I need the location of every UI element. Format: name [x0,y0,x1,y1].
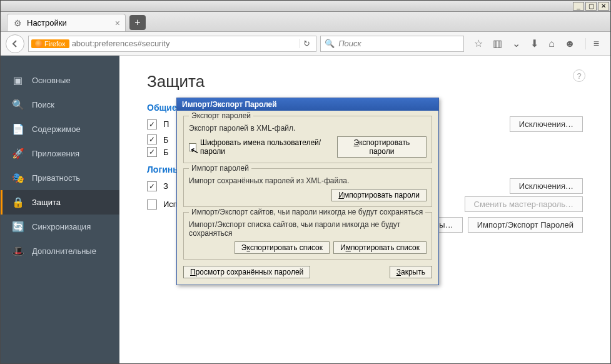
sites-description: Импорт/Экспорт списка сайтов, чьи пароли… [189,220,427,238]
close-window-button[interactable]: ✕ [598,2,609,11]
page-title: Защита [147,72,583,91]
import-legend: Импорт паролей [189,164,251,173]
sidebar-item-privacy[interactable]: 🎭 Приватность [1,166,119,190]
downloads-icon[interactable]: ⬇ [530,38,538,49]
mask-icon: 🎭 [12,172,23,184]
close-dialog-button[interactable]: Закрыть [390,266,432,278]
sidebar-item-general[interactable]: ▣ Основные [1,68,119,93]
url-bar[interactable]: Firefox ↻ [28,36,316,52]
export-legend: Экспорт паролей [189,111,253,120]
search-icon: 🔍 [12,99,23,111]
sidebar-item-label: Синхронизация [32,222,91,231]
sidebar-item-label: Основные [32,76,71,85]
tab-settings[interactable]: ⚙ Настройки × [7,14,126,31]
pocket-icon[interactable]: ⌄ [512,38,520,49]
lock-icon: 🔒 [12,196,23,208]
sidebar-item-label: Приватность [32,173,80,183]
firefox-badge: Firefox [31,39,69,48]
search-input[interactable] [338,39,460,48]
sync-icon: 🔄 [12,221,23,233]
sidebar-item-security[interactable]: 🔒 Защита [1,190,119,215]
import-list-button[interactable]: Импортировать список [333,241,427,254]
back-button[interactable] [6,34,24,53]
sidebar-item-applications[interactable]: 🚀 Приложения [1,141,119,166]
checkbox-block-forgery[interactable] [147,147,157,157]
hat-icon: 🎩 [12,245,23,257]
checkbox-label-partial: Б [163,148,169,157]
checkbox-remember-logins[interactable] [147,181,157,191]
export-description: Экспорт паролей в XML-файл. [189,124,427,133]
change-master-password-button: Сменить мастер-пароль… [465,196,583,212]
exceptions-button-1[interactable]: Исключения… [510,116,583,132]
menu-icon[interactable]: ≡ [585,38,599,49]
sidebar-item-search[interactable]: 🔍 Поиск [1,93,119,117]
arrow-left-icon [10,39,20,49]
import-export-dialog: Импорт/Экспорт Паролей Экспорт паролей Э… [176,98,439,285]
import-fieldset: Импорт паролей Импорт сохранённых пароле… [183,168,432,207]
minimize-button[interactable]: _ [573,2,584,11]
sidebar-item-advanced[interactable]: 🎩 Дополнительные [1,239,119,263]
sidebar-item-label: Дополнительные [32,246,96,256]
tab-close-icon[interactable]: × [115,18,120,28]
sidebar-item-label: Поиск [32,100,54,109]
import-export-passwords-button[interactable]: Импорт/Экспорт Паролей [468,217,583,233]
checkbox-master-password[interactable] [147,200,157,210]
checkbox-block-attack[interactable] [147,134,157,144]
encrypt-label: Шифровать имена пользователей/пароли [200,138,333,156]
chat-icon[interactable]: ☻ [565,38,575,49]
dialog-titlebar[interactable]: Импорт/Экспорт Паролей [177,98,438,111]
content-icon: 📄 [12,123,23,135]
export-list-button[interactable]: Экспортировать список [235,241,330,254]
url-input[interactable] [72,39,298,48]
gear-icon: ⚙ [14,18,22,28]
sidebar-item-sync[interactable]: 🔄 Синхронизация [1,215,119,239]
import-description: Импорт сохранённых паролей из XML-файла. [189,176,427,185]
reload-icon[interactable]: ↻ [300,39,313,48]
help-icon[interactable]: ? [573,69,585,82]
encrypt-checkbox[interactable] [189,143,196,151]
search-icon: 🔍 [325,39,335,48]
tab-label: Настройки [27,18,67,28]
home-icon[interactable]: ⌂ [548,38,555,49]
export-passwords-button[interactable]: Экспортировать пароли [337,136,427,158]
rocket-icon: 🚀 [12,148,23,159]
checkbox-label-partial: Б [163,135,169,144]
view-saved-passwords-button[interactable]: Просмотр сохранённых паролей [183,266,310,278]
maximize-button[interactable]: ▢ [585,2,597,11]
exceptions-button-2[interactable]: Исключения… [510,178,583,194]
sites-fieldset: Импорт/Экспорт сайтов, чьи пароли никогд… [183,212,432,260]
general-icon: ▣ [12,74,23,86]
tab-strip: ⚙ Настройки × + [1,12,610,32]
sites-legend: Импорт/Экспорт сайтов, чьи пароли никогд… [189,208,425,216]
checkbox-warn-addons[interactable] [147,119,157,129]
nav-toolbar: Firefox ↻ 🔍 ☆ ▥ ⌄ ⬇ ⌂ ☻ ≡ [1,32,610,56]
new-tab-button[interactable]: + [129,15,146,30]
window-titlebar: _ ▢ ✕ [1,1,610,12]
checkbox-label-partial: П [163,119,169,129]
preferences-sidebar: ▣ Основные 🔍 Поиск 📄 Содержимое 🚀 Прилож… [1,56,119,363]
sidebar-item-label: Приложения [32,149,79,158]
bookmark-star-icon[interactable]: ☆ [474,38,483,49]
toolbar-icons: ☆ ▥ ⌄ ⬇ ⌂ ☻ ≡ [468,38,605,49]
export-fieldset: Экспорт паролей Экспорт паролей в XML-фа… [183,116,432,163]
import-passwords-button[interactable]: Импортировать пароли [331,189,427,201]
checkbox-label-partial: З [163,181,168,191]
sidebar-item-label: Содержимое [32,124,81,134]
library-icon[interactable]: ▥ [493,38,502,49]
sidebar-item-content[interactable]: 📄 Содержимое [1,117,119,141]
search-box[interactable]: 🔍 [320,36,464,52]
sidebar-item-label: Защита [32,198,61,207]
